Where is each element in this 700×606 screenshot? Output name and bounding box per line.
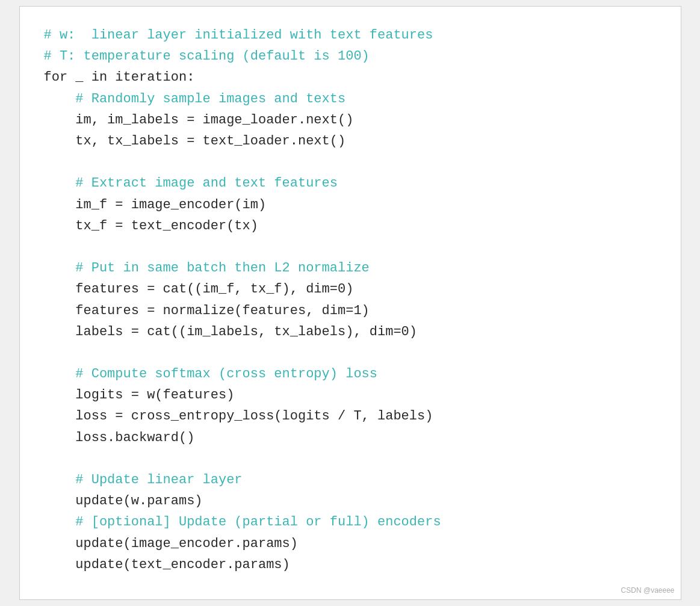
empty-line bbox=[44, 237, 657, 258]
code-line: for _ in iteration: bbox=[44, 67, 657, 88]
code-container: # w: linear layer initialized with text … bbox=[19, 6, 681, 600]
code-block: # w: linear layer initialized with text … bbox=[44, 25, 657, 575]
code-comment: # [optional] Update (partial or full) en… bbox=[44, 512, 657, 533]
code-line: im, im_labels = image_loader.next() bbox=[44, 110, 657, 131]
watermark: CSDN @vaeeee bbox=[621, 586, 675, 595]
code-comment: # T: temperature scaling (default is 100… bbox=[44, 46, 657, 67]
code-comment: # Randomly sample images and texts bbox=[44, 88, 657, 110]
code-comment: # Extract image and text features bbox=[44, 173, 657, 194]
code-line: labels = cat((im_labels, tx_labels), dim… bbox=[44, 321, 657, 342]
empty-line bbox=[44, 448, 657, 469]
code-line: features = cat((im_f, tx_f), dim=0) bbox=[44, 279, 657, 300]
code-line: tx, tx_labels = text_loader.next() bbox=[44, 131, 657, 152]
empty-line bbox=[44, 152, 657, 173]
code-line: tx_f = text_encoder(tx) bbox=[44, 215, 657, 237]
code-line: logits = w(features) bbox=[44, 385, 657, 406]
empty-line bbox=[44, 342, 657, 363]
code-comment: # w: linear layer initialized with text … bbox=[44, 25, 657, 46]
code-line: features = normalize(features, dim=1) bbox=[44, 300, 657, 321]
code-comment: # Compute softmax (cross entropy) loss bbox=[44, 363, 657, 385]
code-line: update(w.params) bbox=[44, 490, 657, 512]
code-comment: # Put in same batch then L2 normalize bbox=[44, 258, 657, 279]
code-comment: # Update linear layer bbox=[44, 469, 657, 490]
code-line: update(text_encoder.params) bbox=[44, 554, 657, 575]
code-line: loss.backward() bbox=[44, 427, 657, 448]
code-line: im_f = image_encoder(im) bbox=[44, 194, 657, 215]
code-line: update(image_encoder.params) bbox=[44, 533, 657, 554]
code-line: loss = cross_entropy_loss(logits / T, la… bbox=[44, 406, 657, 427]
